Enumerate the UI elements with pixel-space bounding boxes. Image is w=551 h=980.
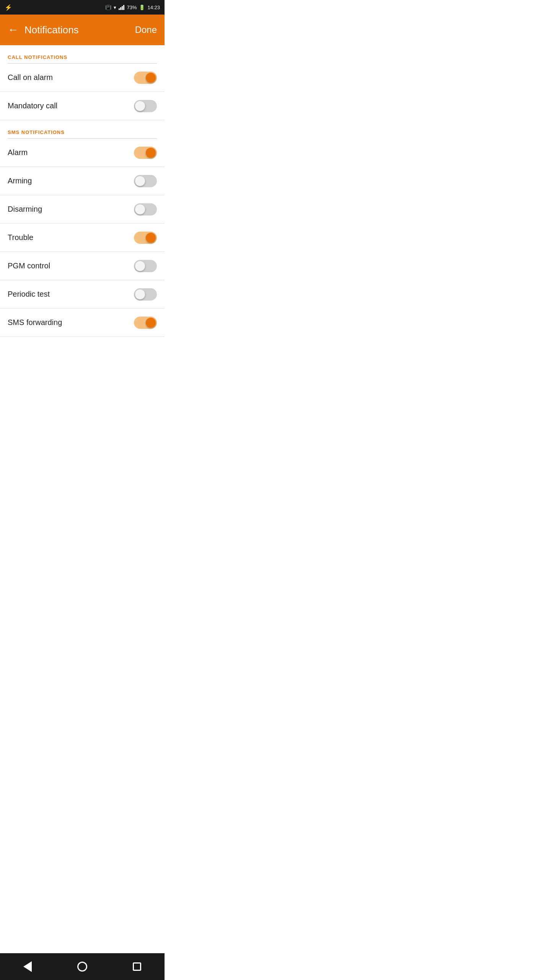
setting-label-disarming: Disarming xyxy=(8,205,42,214)
back-nav-icon xyxy=(23,961,32,972)
setting-row-sms-forwarding[interactable]: SMS forwarding xyxy=(0,309,165,337)
setting-row-alarm[interactable]: Alarm xyxy=(0,139,165,167)
setting-row-trouble[interactable]: Trouble xyxy=(0,224,165,252)
toggle-alarm[interactable] xyxy=(134,147,157,159)
setting-row-periodic-test[interactable]: Periodic test xyxy=(0,280,165,309)
back-button[interactable]: ← xyxy=(8,24,18,35)
wifi-icon: ▾ xyxy=(114,5,116,10)
setting-label-trouble: Trouble xyxy=(8,233,33,242)
toggle-call-on-alarm[interactable] xyxy=(134,72,157,84)
setting-row-arming[interactable]: Arming xyxy=(0,167,165,195)
toggle-periodic-test[interactable] xyxy=(134,288,157,301)
toggle-thumb-trouble xyxy=(146,233,156,243)
home-nav-icon xyxy=(77,962,87,972)
toggle-arming[interactable] xyxy=(134,175,157,187)
setting-label-alarm: Alarm xyxy=(8,148,28,157)
toggle-thumb-disarming xyxy=(135,204,145,214)
clock: 14:23 xyxy=(147,5,160,10)
status-bar-right: 📳 ▾ 73% 🔋 14:23 xyxy=(105,5,160,10)
notifications-content: CALL NOTIFICATIONSCall on alarmMandatory… xyxy=(0,45,165,953)
status-bar: ⚡ 📳 ▾ 73% 🔋 14:23 xyxy=(0,0,165,15)
section-header-call-notifications: CALL NOTIFICATIONS xyxy=(0,45,165,63)
nav-home-button[interactable] xyxy=(71,955,94,978)
done-button[interactable]: Done xyxy=(135,24,157,35)
recent-nav-icon xyxy=(133,962,141,971)
setting-label-periodic-test: Periodic test xyxy=(8,290,50,299)
page-title: Notifications xyxy=(24,24,79,36)
setting-label-sms-forwarding: SMS forwarding xyxy=(8,318,62,327)
nav-recent-button[interactable] xyxy=(126,955,148,978)
vibrate-icon: 📳 xyxy=(105,5,111,10)
signal-bars-icon xyxy=(119,5,124,10)
toggle-trouble[interactable] xyxy=(134,232,157,244)
setting-row-pgm-control[interactable]: PGM control xyxy=(0,252,165,280)
toggle-thumb-call-on-alarm xyxy=(146,73,156,83)
setting-label-mandatory-call: Mandatory call xyxy=(8,101,57,110)
toggle-mandatory-call[interactable] xyxy=(134,100,157,112)
toggle-disarming[interactable] xyxy=(134,203,157,216)
setting-label-call-on-alarm: Call on alarm xyxy=(8,73,53,82)
setting-row-mandatory-call[interactable]: Mandatory call xyxy=(0,92,165,120)
setting-label-pgm-control: PGM control xyxy=(8,261,50,270)
setting-label-arming: Arming xyxy=(8,176,32,185)
toggle-thumb-periodic-test xyxy=(135,289,145,299)
toggle-thumb-arming xyxy=(135,176,145,186)
bottom-nav xyxy=(0,953,165,980)
setting-row-disarming[interactable]: Disarming xyxy=(0,195,165,224)
nav-back-button[interactable] xyxy=(16,955,39,978)
toggle-thumb-pgm-control xyxy=(135,261,145,271)
toggle-thumb-sms-forwarding xyxy=(146,318,156,328)
usb-icon: ⚡ xyxy=(5,4,12,11)
toggle-thumb-alarm xyxy=(146,148,156,158)
toggle-pgm-control[interactable] xyxy=(134,260,157,272)
app-header: ← Notifications Done xyxy=(0,15,165,45)
battery-percent: 73% xyxy=(127,5,137,10)
battery-icon: 🔋 xyxy=(139,5,145,10)
section-header-sms-notifications: SMS NOTIFICATIONS xyxy=(0,120,165,138)
toggle-sms-forwarding[interactable] xyxy=(134,317,157,329)
setting-row-call-on-alarm[interactable]: Call on alarm xyxy=(0,64,165,92)
toggle-thumb-mandatory-call xyxy=(135,101,145,111)
